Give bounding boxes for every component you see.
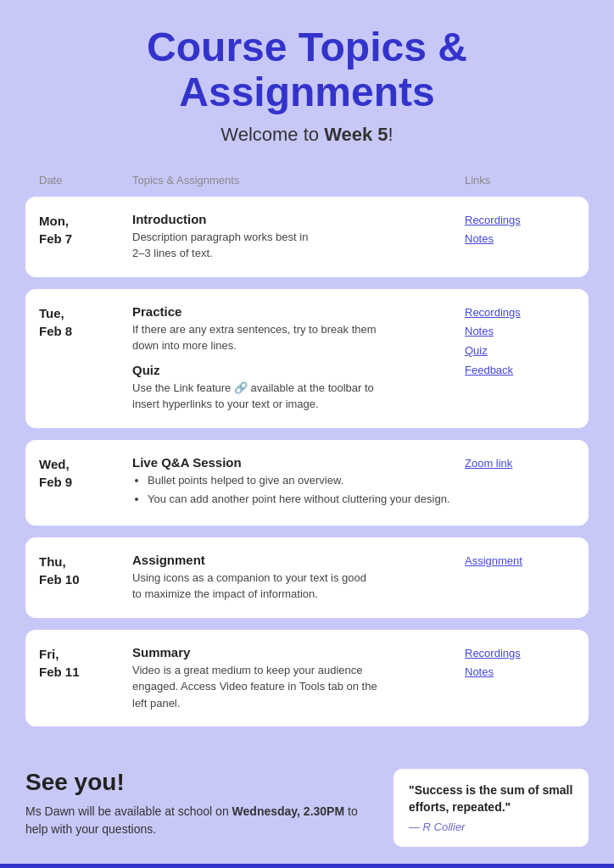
content-block: Live Q&A Session Bullet points helped to… [132,455,456,508]
notes-link[interactable]: Notes [465,664,575,682]
date-cell: Thu,Feb 10 [39,553,132,603]
links-cell: Zoom link [465,455,575,510]
links-cell: Recordings Notes [465,212,575,262]
content-title: Introduction [132,212,456,226]
content-desc: Using icons as a companion to your text … [132,570,456,603]
content-block: Summary Video is a great medium to keep … [132,645,456,712]
table-header: Date Topics & Assignments Links [25,167,589,193]
content-cell: Assignment Using icons as a companion to… [132,553,465,603]
content-block: Introduction Description paragraph works… [132,212,456,262]
footer: See you! Ms Dawn will be available at sc… [0,755,614,868]
feedback-link[interactable]: Feedback [465,362,575,380]
quote-text: "Success is the sum of small efforts, re… [409,782,573,815]
content-desc: Bullet points helped to give an overview… [132,472,456,508]
col-topics: Topics & Assignments [132,174,465,186]
notes-link[interactable]: Notes [465,231,575,248]
content-title: Summary [132,645,456,659]
footer-content: See you! Ms Dawn will be available at sc… [25,769,589,847]
footer-message: Ms Dawn will be available at school on W… [25,803,377,838]
date-cell: Fri,Feb 11 [39,645,132,712]
content-desc: If there are any extra sentences, try to… [132,321,456,354]
date-cell: Mon,Feb 7 [39,212,132,262]
table-row: Wed,Feb 9 Live Q&A Session Bullet points… [25,440,589,526]
links-cell: Recordings Notes [465,645,575,712]
quote-box: "Success is the sum of small efforts, re… [394,769,589,847]
table-row: Thu,Feb 10 Assignment Using icons as a c… [25,537,589,618]
main-content: Date Topics & Assignments Links Mon,Feb … [0,159,614,756]
content-title: Assignment [132,553,456,567]
see-you-heading: See you! [25,769,377,796]
content-desc: Video is a great medium to keep your aud… [132,662,456,712]
content-desc: Description paragraph works best in2–3 l… [132,229,456,262]
content-block: Assignment Using icons as a companion to… [132,553,456,603]
content-cell: Introduction Description paragraph works… [132,212,465,262]
assignment-link[interactable]: Assignment [465,553,575,570]
content-cell: Summary Video is a great medium to keep … [132,645,465,712]
content-title: Live Q&A Session [132,455,456,470]
zoom-link[interactable]: Zoom link [465,455,575,473]
bottom-bar: dawn@greatschool.com | +01 234 5678 [0,864,614,868]
content-cell: Practice If there are any extra sentence… [132,304,465,413]
recordings-link[interactable]: Recordings [465,645,575,663]
content-desc: Use the Link feature 🔗 available at the … [132,380,456,413]
links-cell: Assignment [465,553,575,603]
quote-author: — R Collier [409,821,573,833]
col-date: Date [39,174,132,186]
footer-main: See you! Ms Dawn will be available at sc… [0,755,614,855]
recordings-link[interactable]: Recordings [465,304,575,322]
content-cell: Live Q&A Session Bullet points helped to… [132,455,465,510]
content-title: Quiz [132,363,456,377]
header-content: Course Topics & Assignments Welcome to W… [0,0,614,154]
quiz-link[interactable]: Quiz [465,342,575,360]
content-title: Practice [132,304,456,319]
date-cell: Wed,Feb 9 [39,455,132,510]
content-block: Quiz Use the Link feature 🔗 available at… [132,363,456,413]
footer-left: See you! Ms Dawn will be available at sc… [25,769,377,838]
table-row: Mon,Feb 7 Introduction Description parag… [25,197,589,277]
content-block: Practice If there are any extra sentence… [132,304,456,354]
page-subtitle: Welcome to Week 5! [17,124,597,146]
table-row: Fri,Feb 11 Summary Video is a great medi… [25,630,589,727]
table-row: Tue,Feb 8 Practice If there are any extr… [25,289,589,428]
recordings-link[interactable]: Recordings [465,212,575,230]
notes-link[interactable]: Notes [465,323,575,341]
date-cell: Tue,Feb 8 [39,304,132,413]
header: 👍 Course Topics & Assignments Welcome to… [0,0,614,159]
page-title: Course Topics & Assignments [17,25,597,115]
col-links: Links [465,174,575,186]
links-cell: Recordings Notes Quiz Feedback [465,304,575,413]
